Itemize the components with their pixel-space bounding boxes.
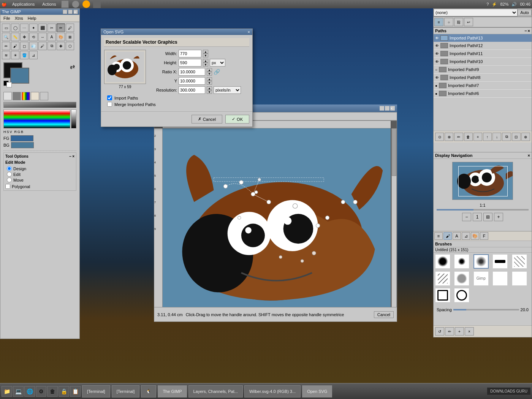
tool-heal[interactable]: ✚ xyxy=(57,42,65,50)
color-wheel[interactable] xyxy=(22,92,30,100)
taskbar-terminal-2[interactable]: [Terminal] xyxy=(112,385,140,397)
paths-panel-minimize[interactable]: − xyxy=(524,28,527,33)
brush-1[interactable] xyxy=(435,254,450,269)
radio-edit[interactable]: Edit xyxy=(7,172,74,177)
tool-bucket[interactable]: 🪣 xyxy=(20,51,28,59)
tool-free-select[interactable]: ⋯ xyxy=(20,24,28,32)
taskbar-layers[interactable]: Layers, Channels, Pat... xyxy=(188,385,243,397)
taskbar-icon-5[interactable]: 🗑 xyxy=(47,386,58,397)
tool-airbrush[interactable]: 💨 xyxy=(29,42,38,50)
duplicate-path-btn[interactable]: ⧉ xyxy=(502,133,511,141)
bg-preview[interactable] xyxy=(11,142,34,148)
iw-maximize[interactable] xyxy=(385,106,390,111)
brushes-refresh-btn[interactable]: ↺ xyxy=(435,327,444,336)
eye-8[interactable]: 👁 xyxy=(435,76,439,80)
ratio-x-up[interactable]: ▲ xyxy=(207,68,212,72)
brush-5[interactable] xyxy=(512,254,527,269)
taskbar-gimp[interactable]: The GIMP xyxy=(158,385,187,397)
minimize-btn[interactable] xyxy=(63,10,67,14)
tool-transform[interactable]: ⟲ xyxy=(29,33,38,41)
menu-file[interactable]: File xyxy=(2,16,12,21)
path-item-6[interactable]: ● Imported Path#6 xyxy=(434,90,532,98)
swap-colors-btn[interactable]: ⇄ xyxy=(70,63,75,70)
color-vertical-strip[interactable] xyxy=(3,109,70,128)
tool-options-minimize[interactable]: − xyxy=(69,154,71,158)
color-tool-2[interactable] xyxy=(13,92,21,100)
path-item-12[interactable]: 👁 Imported Path#12 xyxy=(434,42,532,50)
ratio-x-input[interactable] xyxy=(179,68,205,76)
brush-tab-palettes[interactable]: 🎨 xyxy=(471,232,479,240)
ratio-y-input[interactable] xyxy=(179,77,205,85)
tool-fuzzy-select[interactable]: ✦ xyxy=(29,24,38,32)
tab-undo[interactable]: ↩ xyxy=(464,18,473,26)
canvas-content[interactable] xyxy=(163,128,391,307)
nav-zoom-fit-btn[interactable]: ⊞ xyxy=(483,213,492,221)
resolution-input[interactable] xyxy=(179,86,205,94)
merge-paths-checkbox[interactable] xyxy=(107,102,112,107)
spacing-slider[interactable] xyxy=(453,309,519,310)
scrollbar-v-thumb[interactable] xyxy=(392,129,396,176)
path-item-8[interactable]: 👁 Imported Path#8 xyxy=(434,74,532,82)
ratio-y-up[interactable]: ▲ xyxy=(207,77,212,81)
tool-zoom[interactable]: 🔍 xyxy=(2,33,10,41)
width-input[interactable] xyxy=(179,50,201,57)
res-down[interactable]: ▼ xyxy=(207,90,212,94)
ratio-x-down[interactable]: ▼ xyxy=(207,72,212,76)
nav-zoom-100-btn[interactable]: 1 xyxy=(473,213,482,221)
tool-measure[interactable]: 📏 xyxy=(11,33,19,41)
brush-12[interactable] xyxy=(454,288,469,302)
maximize-btn[interactable] xyxy=(68,10,73,14)
eye-7[interactable]: ● xyxy=(435,84,437,88)
taskbar-icon-7[interactable]: 📋 xyxy=(70,386,81,397)
tool-ellipse-select[interactable]: ◯ xyxy=(11,24,19,32)
tool-scissors[interactable]: ✂ xyxy=(48,24,56,32)
dialog-close-icon[interactable]: × xyxy=(248,30,250,34)
nav-zoom-in-btn[interactable]: + xyxy=(494,213,503,221)
bg-color-swatch[interactable] xyxy=(10,68,29,84)
brush-9[interactable] xyxy=(492,271,508,286)
brushes-edit-btn[interactable]: ✏ xyxy=(445,327,454,336)
eye-6[interactable]: ● xyxy=(435,92,437,96)
taskbar-terminal-1[interactable]: [Terminal] xyxy=(82,385,110,397)
path-item-13[interactable]: 👁 Imported Path#13 xyxy=(434,34,532,42)
tool-crop[interactable]: ⊠ xyxy=(66,33,74,41)
tool-move[interactable]: ✥ xyxy=(20,33,28,41)
height-down[interactable]: ▼ xyxy=(203,63,208,66)
radio-design-input[interactable] xyxy=(7,166,12,171)
tool-blend[interactable]: ⊿ xyxy=(29,51,38,59)
tool-flip[interactable]: ↔ xyxy=(38,33,47,41)
radio-edit-input[interactable] xyxy=(7,172,12,177)
tool-options-close[interactable]: × xyxy=(72,154,74,158)
tool-eraser[interactable]: ◻ xyxy=(20,42,28,50)
color-tool-5[interactable] xyxy=(40,92,48,100)
tool-ink[interactable]: 🖋 xyxy=(38,42,47,50)
taskbar-penguin[interactable]: 🐧 xyxy=(141,385,156,397)
brush-7[interactable] xyxy=(454,271,469,286)
import-paths-checkbox[interactable] xyxy=(107,95,112,100)
taskbar-wilber[interactable]: Wilber.svg-4.0 (RGB) 3... xyxy=(244,385,301,397)
color-tool-4[interactable] xyxy=(31,92,39,100)
cancel-button[interactable]: ✗ Cancel xyxy=(192,115,222,124)
lower-path-btn[interactable]: ↓ xyxy=(492,133,501,141)
tool-rect-select[interactable]: ▭ xyxy=(2,24,10,32)
height-up[interactable]: ▲ xyxy=(203,59,208,63)
tool-blur[interactable]: ≋ xyxy=(2,51,10,59)
eye-12[interactable]: 👁 xyxy=(435,44,439,48)
brushes-delete-btn[interactable]: × xyxy=(465,327,474,336)
radio-move-input[interactable] xyxy=(7,177,12,182)
eye-13[interactable]: 👁 xyxy=(435,36,439,40)
actions-menu[interactable]: Actions xyxy=(40,1,58,7)
iw-minimize[interactable] xyxy=(380,106,384,111)
raise-path-btn[interactable]: ↑ xyxy=(483,133,492,141)
color-tool-1[interactable] xyxy=(3,92,12,100)
unit-select[interactable]: px mm cm xyxy=(210,59,225,66)
eye-9[interactable]: ○ xyxy=(435,68,437,72)
path-to-sel-btn2[interactable]: ⊡ xyxy=(512,133,521,141)
width-up[interactable]: ▲ xyxy=(203,50,208,54)
taskbar-icon-2[interactable]: 💻 xyxy=(13,386,24,397)
polygonal-input[interactable] xyxy=(5,184,10,189)
delete-path-btn[interactable]: 🗑 xyxy=(464,133,473,141)
brush-tab-brushes[interactable]: 🖌 xyxy=(443,232,452,240)
applications-menu[interactable]: Applications xyxy=(10,1,37,7)
brush-tab-fonts[interactable]: F xyxy=(480,232,488,240)
